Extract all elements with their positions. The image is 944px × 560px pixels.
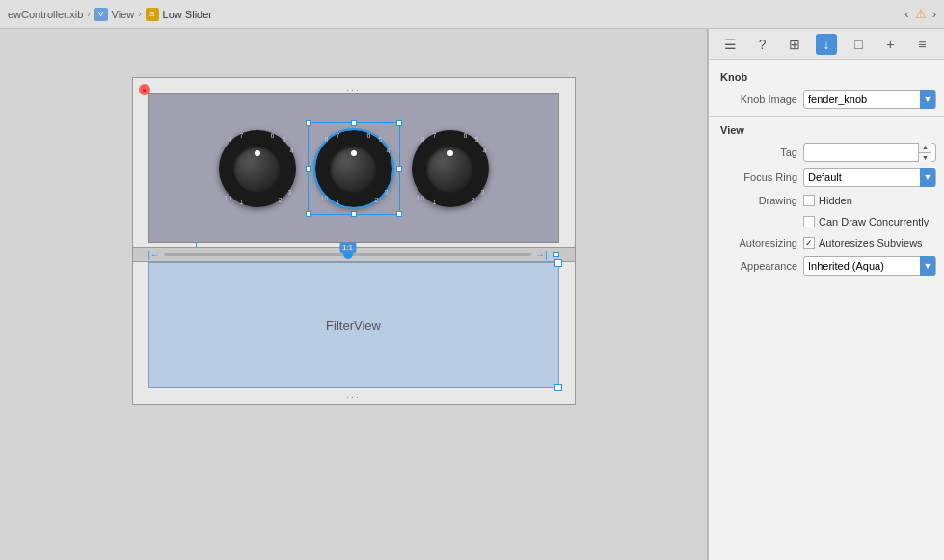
tag-stepper[interactable]: ▲ ▼ <box>918 143 931 162</box>
can-draw-label: Can Draw Concurrently <box>819 216 929 227</box>
breadcrumb: ewController.xib › V View › S Low Slider <box>8 8 212 21</box>
knob-3-inner <box>426 145 474 193</box>
drawing-label: Drawing <box>716 195 803 206</box>
connections-icon[interactable]: □ <box>848 34 869 55</box>
handle-tl[interactable] <box>306 120 311 126</box>
knob-2-outer: 8 7 6 5 4 3 2 1 10 <box>315 130 392 207</box>
handle-bl[interactable] <box>306 211 311 217</box>
autoresizes-label: Autoresizes Subviews <box>819 237 923 249</box>
hidden-checkbox[interactable] <box>803 195 815 206</box>
focus-ring-value: Default ▼ <box>803 168 936 187</box>
handle-mr[interactable] <box>396 166 402 172</box>
appearance-label: Appearance <box>716 260 803 272</box>
view-canvas: ... ... × 8 7 6 5 4 3 <box>132 77 576 405</box>
handle-tc[interactable] <box>351 120 357 126</box>
appearance-value: Inherited (Aqua) ▼ <box>803 256 936 276</box>
knob-image-dropdown[interactable]: fender_knob ▼ <box>803 90 936 109</box>
effects-icon[interactable]: ≡ <box>911 34 932 55</box>
knob-2-dot <box>351 150 357 156</box>
focus-ring-label: Focus Ring <box>716 172 803 183</box>
can-draw-value: Can Draw Concurrently <box>803 216 936 227</box>
tag-value: ▲ ▼ <box>803 143 936 162</box>
slider-thumb[interactable]: 1:1 <box>343 250 353 259</box>
main-content: ... ... × 8 7 6 5 4 3 <box>0 29 944 560</box>
autoresizing-label: Autoresizing <box>716 237 803 249</box>
knob-3-outer: 8 7 6 5 4 3 2 1 10 <box>412 130 489 207</box>
breadcrumb-slider-icon: S <box>146 8 159 21</box>
tag-input[interactable]: ▲ ▼ <box>803 143 936 162</box>
slider-section[interactable]: |← 1:1 →| <box>133 247 575 262</box>
handle-br[interactable] <box>396 211 402 217</box>
help-icon[interactable]: ? <box>752 34 773 55</box>
attributes-icon[interactable]: ↓ <box>816 34 837 55</box>
appearance-row: Appearance Inherited (Aqua) ▼ <box>709 253 944 279</box>
handle-bc[interactable] <box>351 211 357 217</box>
dim-arrow-right: →| <box>535 250 548 260</box>
canvas-close-button[interactable]: × <box>139 84 150 95</box>
filter-section[interactable]: FilterView <box>148 262 559 388</box>
canvas-bottom-dots: ... <box>346 389 360 400</box>
knob-section-header: Knob <box>709 67 944 87</box>
autoresizing-value: Autoresizes Subviews <box>803 237 936 249</box>
knob-image-dropdown-arrow: ▼ <box>920 90 935 109</box>
bindings-icon[interactable]: + <box>879 34 901 55</box>
focus-ring-arrow: ▼ <box>920 168 935 187</box>
slider-ratio-label: 1:1 <box>339 242 356 253</box>
breadcrumb-sep1: › <box>87 9 90 19</box>
divider-1 <box>709 116 944 117</box>
breadcrumb-xib[interactable]: ewController.xib <box>8 9 83 20</box>
grid-icon[interactable]: ⊞ <box>784 34 805 55</box>
nav-back[interactable]: ‹ <box>904 7 908 21</box>
appearance-arrow: ▼ <box>920 256 935 276</box>
tag-stepper-down[interactable]: ▼ <box>919 153 931 163</box>
slider-track[interactable]: 1:1 <box>164 253 531 256</box>
knob-1-inner <box>233 145 282 193</box>
canvas-top-dots: ... <box>346 82 360 93</box>
can-draw-row: Can Draw Concurrently <box>709 211 944 232</box>
breadcrumb-sep2: › <box>138 9 141 19</box>
canvas-area[interactable]: ... ... × 8 7 6 5 4 3 <box>0 29 707 560</box>
tag-row: Tag ▲ ▼ <box>709 140 944 165</box>
file-icon[interactable]: ☰ <box>720 34 742 55</box>
handle-ml[interactable] <box>306 166 311 172</box>
drawing-value: Hidden <box>803 195 936 206</box>
view-section-header: View <box>709 120 944 140</box>
slider-right-handle[interactable] <box>553 252 559 257</box>
knob-2[interactable]: 8 7 6 5 4 3 2 1 10 <box>315 130 392 207</box>
nav-arrows: ‹ ⚠ › <box>904 7 936 21</box>
panel-toolbar: ☰ ? ⊞ ↓ □ + ≡ <box>709 29 944 60</box>
knob-image-row: Knob Image fender_knob ▼ <box>709 87 944 112</box>
drawing-row: Drawing Hidden <box>709 190 944 211</box>
right-panel: ☰ ? ⊞ ↓ □ + ≡ Knob Knob Image fender_kno… <box>708 29 944 560</box>
filter-handle-top-right[interactable] <box>554 259 562 267</box>
breadcrumb-view[interactable]: View <box>112 9 135 20</box>
autoresizing-row: Autoresizing Autoresizes Subviews <box>709 232 944 253</box>
knob-3-dot <box>447 150 453 156</box>
knob-3[interactable]: 8 7 6 5 4 3 2 1 10 <box>412 130 489 207</box>
can-draw-checkbox[interactable] <box>803 216 815 227</box>
tag-label: Tag <box>716 147 803 158</box>
knob-1[interactable]: 8 7 6 5 4 3 2 1 10 <box>219 130 296 207</box>
knob-section: 8 7 6 5 4 3 2 1 10 <box>148 93 559 243</box>
hidden-label: Hidden <box>819 195 852 206</box>
filter-handle-bottom-right[interactable] <box>554 384 562 391</box>
breadcrumb-view-icon: V <box>94 8 108 21</box>
panel-content: Knob Knob Image fender_knob ▼ View Tag <box>709 60 944 560</box>
knob-image-label: Knob Image <box>716 93 803 105</box>
handle-tr[interactable] <box>396 120 402 126</box>
breadcrumb-slider[interactable]: Low Slider <box>163 9 212 20</box>
top-bar: ewController.xib › V View › S Low Slider… <box>0 0 944 29</box>
focus-ring-dropdown[interactable]: Default ▼ <box>803 168 936 187</box>
knob-2-inner <box>330 145 378 193</box>
autoresizes-checkbox[interactable] <box>803 237 815 249</box>
tag-stepper-up[interactable]: ▲ <box>919 143 931 153</box>
knob-1-outer: 8 7 6 5 4 3 2 1 10 <box>219 130 296 207</box>
focus-ring-row: Focus Ring Default ▼ <box>709 165 944 190</box>
nav-warning: ⚠ <box>915 7 927 21</box>
appearance-dropdown[interactable]: Inherited (Aqua) ▼ <box>803 256 936 276</box>
knob-image-value: fender_knob ▼ <box>803 90 936 109</box>
nav-forward[interactable]: › <box>932 7 936 21</box>
knob-1-dot <box>255 150 260 156</box>
dim-arrow-left: |← <box>148 250 161 260</box>
filter-label: FilterView <box>326 318 381 333</box>
